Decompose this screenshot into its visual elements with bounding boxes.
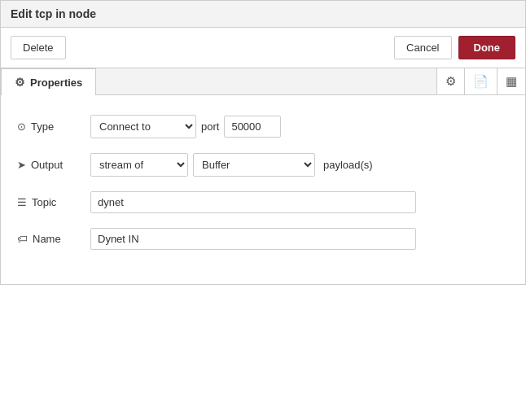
topic-row: ☰ Topic — [17, 191, 509, 213]
name-input[interactable] — [90, 228, 416, 250]
output-label-container: ➤ Output — [17, 159, 90, 171]
port-label: port — [201, 120, 219, 133]
type-controls: Connect to Listen on Reply to port — [90, 115, 509, 138]
type-row: ⊙ Type Connect to Listen on Reply to por… — [17, 115, 509, 138]
port-input[interactable] — [224, 116, 281, 138]
payload-suffix: payload(s) — [323, 159, 373, 171]
type-icon: ⊙ — [17, 120, 26, 133]
dialog-title: Edit tcp in node — [11, 7, 96, 20]
tabs-bar: ⚙ Properties ⚙ 📄 ▦ — [1, 68, 525, 95]
name-icon: 🏷 — [17, 233, 28, 245]
output-label: Output — [31, 159, 63, 171]
name-label-container: 🏷 Name — [17, 233, 90, 245]
output-icon: ➤ — [17, 159, 26, 171]
tab-tool-doc-button[interactable]: 📄 — [464, 68, 497, 94]
name-label: Name — [33, 233, 61, 245]
topic-label-container: ☰ Topic — [17, 196, 90, 208]
edit-dialog: Edit tcp in node Delete Cancel Done ⚙ Pr… — [0, 0, 526, 285]
tab-spacer — [96, 68, 436, 94]
topic-icon: ☰ — [17, 196, 27, 208]
toolbar-right: Cancel Done — [394, 36, 515, 59]
dialog-body: ⊙ Type Connect to Listen on Reply to por… — [1, 95, 525, 284]
tab-properties-label: Properties — [30, 77, 82, 89]
name-controls — [90, 228, 509, 250]
type-select[interactable]: Connect to Listen on Reply to — [90, 115, 196, 138]
buffer-select[interactable]: Buffer String Base64 String — [193, 153, 315, 177]
topic-label: Topic — [32, 196, 56, 208]
cancel-button[interactable]: Cancel — [394, 36, 451, 59]
tab-tools: ⚙ 📄 ▦ — [436, 68, 525, 94]
done-button[interactable]: Done — [458, 36, 516, 59]
output-controls: stream of single Buffer String Base64 St… — [90, 153, 509, 177]
type-label: Type — [31, 120, 54, 133]
name-row: 🏷 Name — [17, 228, 509, 250]
tab-tool-layout-button[interactable]: ▦ — [497, 68, 525, 94]
dialog-titlebar: Edit tcp in node — [1, 1, 525, 28]
type-label-container: ⊙ Type — [17, 120, 90, 133]
tab-tool-gear-button[interactable]: ⚙ — [437, 68, 464, 94]
topic-controls — [90, 191, 509, 213]
tab-properties[interactable]: ⚙ Properties — [1, 68, 96, 95]
output-row: ➤ Output stream of single Buffer String … — [17, 153, 509, 177]
stream-select[interactable]: stream of single — [90, 153, 188, 177]
topic-input[interactable] — [90, 191, 416, 213]
dialog-toolbar: Delete Cancel Done — [1, 28, 525, 68]
delete-button[interactable]: Delete — [11, 36, 66, 59]
gear-icon: ⚙ — [15, 76, 25, 89]
